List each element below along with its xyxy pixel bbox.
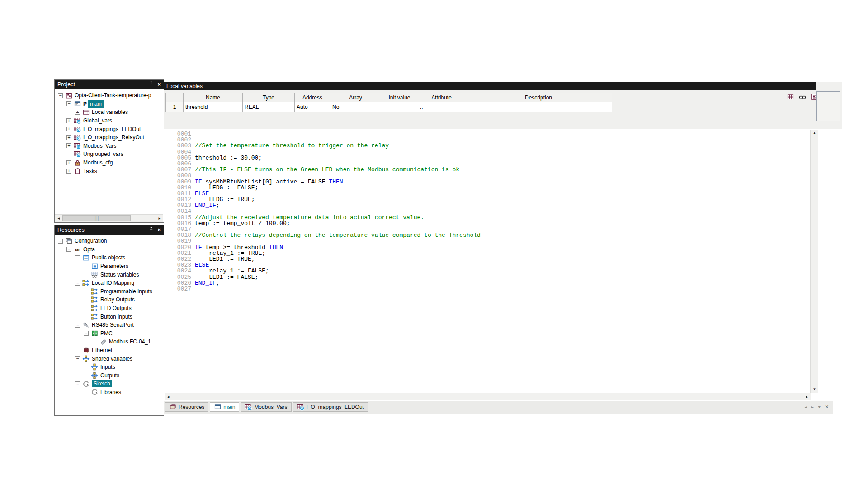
tab-list-dropdown-icon[interactable]: ▾ bbox=[818, 404, 821, 409]
code-line[interactable]: 0007//This IF - ELSE turns on the Green … bbox=[164, 167, 810, 173]
cell-attribute[interactable]: .. bbox=[418, 102, 465, 112]
tree-item-programmable-inputs[interactable]: Programmable Inputs bbox=[55, 287, 164, 296]
tree-item-opta[interactable]: −∞Opta bbox=[55, 245, 164, 254]
tree-item-modbus-vars[interactable]: +GModbus_Vars bbox=[55, 142, 164, 150]
tab-resources[interactable]: Resources bbox=[165, 402, 208, 412]
close-tab-icon[interactable]: × bbox=[825, 404, 829, 410]
cell-address[interactable]: Auto bbox=[295, 102, 330, 112]
code-line[interactable]: 0010 LEDG := FALSE; bbox=[164, 185, 810, 191]
code-line[interactable]: 0005threshold := 30.00; bbox=[164, 155, 810, 161]
collapse-icon[interactable]: − bbox=[75, 356, 80, 361]
column-header-array[interactable]: Array bbox=[330, 93, 381, 102]
code-line[interactable]: 0027 bbox=[164, 286, 810, 292]
tree-item-configuration[interactable]: −Configuration bbox=[55, 237, 164, 245]
scroll-left-icon[interactable]: ◄ bbox=[55, 215, 62, 222]
tree-item-local-io-mapping[interactable]: −Local IO Mapping bbox=[55, 279, 164, 287]
tree-item-ethernet[interactable]: Ethernet bbox=[55, 346, 164, 355]
variable-row[interactable]: 1thresholdREALAutoNo.. bbox=[166, 102, 612, 112]
tree-item-modbus-cfg[interactable]: +Modbus_cfg bbox=[55, 159, 164, 167]
tree-item-opta-client-tank-temperature-p[interactable]: −Opta-Client-Tank-temperature-p bbox=[55, 91, 164, 100]
project-horizontal-scrollbar[interactable]: ◄ ||| ► bbox=[55, 214, 163, 222]
tree-item-tasks[interactable]: +Tasks bbox=[55, 167, 164, 175]
tree-item-pmc[interactable]: −PMC bbox=[55, 329, 164, 338]
scroll-right-icon[interactable]: ► bbox=[156, 215, 163, 222]
expand-icon[interactable]: + bbox=[66, 135, 71, 140]
tree-item-led-outputs[interactable]: LED Outputs bbox=[55, 304, 164, 313]
code-line[interactable]: 0018//Control the relays depending on th… bbox=[164, 232, 810, 238]
tree-item-status-variables[interactable]: Status variables bbox=[55, 270, 164, 279]
expand-icon[interactable]: + bbox=[66, 118, 71, 123]
code-line[interactable]: 0012 LEDG := TRUE; bbox=[164, 197, 810, 202]
expand-icon[interactable]: + bbox=[66, 127, 71, 131]
code-line[interactable]: 0022 LED1 := TRUE; bbox=[164, 256, 810, 262]
code-line[interactable]: 0013END_IF; bbox=[164, 202, 810, 208]
tab-i-o-mappings-ledout[interactable]: GI_O_mappings_LEDOut bbox=[293, 402, 368, 412]
tree-item-shared-variables[interactable]: −Shared variables bbox=[55, 354, 164, 363]
cell-description[interactable] bbox=[465, 102, 612, 112]
code-line[interactable]: 0009IF sysMbMRtuNetList[0].active = FALS… bbox=[164, 179, 810, 185]
prev-tab-icon[interactable]: ◂ bbox=[805, 404, 807, 409]
code-line[interactable]: 0001 bbox=[164, 131, 810, 137]
tree-item-main[interactable]: −Pmain bbox=[55, 100, 164, 108]
column-header-attribute[interactable]: Attribute bbox=[418, 93, 465, 102]
code-line[interactable]: 0003//Set the temperature threshold to t… bbox=[164, 143, 810, 149]
editor-vertical-scrollbar[interactable]: ▲ ▼ bbox=[810, 130, 818, 393]
scroll-left-icon[interactable]: ◄ bbox=[165, 393, 172, 400]
code-editor[interactable]: 000100020003//Set the temperature thresh… bbox=[164, 129, 819, 401]
tree-item-global-vars[interactable]: +GGlobal_vars bbox=[55, 117, 164, 125]
pin-icon[interactable] bbox=[149, 81, 154, 88]
collapse-icon[interactable]: − bbox=[66, 101, 71, 106]
tree-item-modbus-fc-04-1[interactable]: Modbus FC-04_1 bbox=[55, 338, 164, 346]
code-line[interactable]: 0016temp := temp_volt / 100.00; bbox=[164, 221, 810, 226]
next-tab-icon[interactable]: ▸ bbox=[811, 404, 814, 409]
tree-item-i-o-mappings-relayout[interactable]: +GI_O_mappings_RelayOut bbox=[55, 133, 164, 142]
collapse-icon[interactable]: − bbox=[75, 381, 80, 386]
tab-main[interactable]: main bbox=[210, 402, 239, 412]
expand-icon[interactable]: + bbox=[66, 169, 71, 174]
tree-item-inputs[interactable]: Inputs bbox=[55, 363, 164, 371]
tree-item-rs485-serialport[interactable]: −RS485 SerialPort bbox=[55, 321, 164, 329]
scrollbar-thumb[interactable]: ||| bbox=[62, 215, 131, 221]
editor-horizontal-scrollbar[interactable]: ◄ ► bbox=[165, 393, 811, 400]
cell-array[interactable]: No bbox=[330, 102, 381, 112]
column-header-init-value[interactable]: Init value bbox=[381, 93, 418, 102]
tree-item-button-inputs[interactable]: Button Inputs bbox=[55, 312, 164, 321]
column-header-name[interactable]: Name bbox=[184, 93, 243, 102]
tree-item-parameters[interactable]: Parameters bbox=[55, 262, 164, 271]
collapse-icon[interactable]: − bbox=[58, 239, 63, 244]
tree-item-i-o-mappings-ledout[interactable]: +GI_O_mappings_LEDOut bbox=[55, 125, 164, 133]
tree-item-relay-outputs[interactable]: Relay Outputs bbox=[55, 296, 164, 304]
collapse-icon[interactable]: − bbox=[75, 255, 80, 260]
tree-item-local-variables[interactable]: +Local variables bbox=[55, 108, 164, 117]
scroll-up-icon[interactable]: ▲ bbox=[811, 130, 818, 136]
code-line[interactable]: 0024 relay_1 := FALSE; bbox=[164, 268, 810, 274]
cell-type[interactable]: REAL bbox=[243, 102, 295, 112]
collapse-icon[interactable]: − bbox=[75, 323, 80, 328]
collapse-icon[interactable]: − bbox=[75, 281, 80, 286]
scrollbar-track[interactable]: ||| bbox=[62, 215, 156, 222]
column-header-address[interactable]: Address bbox=[295, 93, 330, 102]
close-icon[interactable]: × bbox=[157, 81, 161, 87]
watch-icon[interactable] bbox=[799, 93, 806, 100]
scrollbar-track[interactable] bbox=[172, 393, 803, 400]
expand-icon[interactable]: + bbox=[75, 110, 80, 115]
close-icon[interactable]: × bbox=[157, 227, 161, 233]
tab-modbus-vars[interactable]: GModbus_Vars bbox=[241, 402, 291, 412]
code-line[interactable]: 0026END_IF; bbox=[164, 280, 810, 286]
collapse-icon[interactable]: − bbox=[58, 93, 63, 98]
expand-icon[interactable]: + bbox=[66, 143, 71, 148]
code-line[interactable]: 0011ELSE bbox=[164, 191, 810, 197]
column-header-description[interactable]: Description bbox=[465, 93, 612, 102]
tree-item-outputs[interactable]: Outputs bbox=[55, 371, 164, 380]
tree-item-libraries[interactable]: Libraries bbox=[55, 388, 164, 397]
code-area[interactable]: 000100020003//Set the temperature thresh… bbox=[164, 131, 810, 393]
collapse-icon[interactable]: − bbox=[84, 331, 89, 336]
scroll-right-icon[interactable]: ► bbox=[803, 393, 811, 400]
tree-item-ungrouped-vars[interactable]: GUngrouped_vars bbox=[55, 150, 164, 159]
tree-item-public-objects[interactable]: −Public objects bbox=[55, 253, 164, 262]
grid-view-icon[interactable] bbox=[787, 93, 794, 100]
pin-icon[interactable] bbox=[149, 227, 154, 233]
column-header-type[interactable]: Type bbox=[243, 93, 295, 102]
cell-name[interactable]: threshold bbox=[184, 102, 243, 112]
code-line[interactable]: 0021 relay_1 := TRUE; bbox=[164, 250, 810, 256]
